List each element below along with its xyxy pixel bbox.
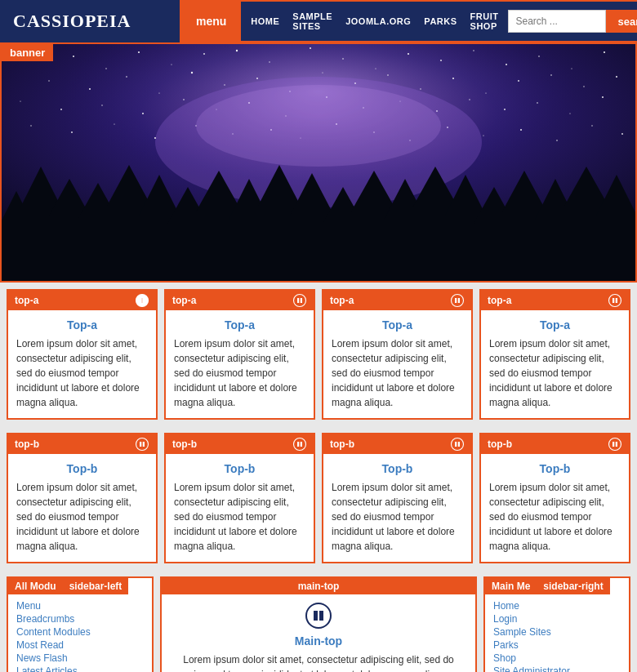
svg-point-104: [306, 603, 331, 628]
svg-point-37: [616, 76, 617, 78]
module-label-top-b-2: top-b: [172, 438, 197, 450]
search-input[interactable]: [508, 10, 606, 33]
nav-parks[interactable]: PARKS: [424, 16, 457, 26]
card-body-top-a-4: Lorem ipsum dolor sit amet, consectetur …: [481, 336, 629, 418]
sidebar-left-links: Menu Breadcrumbs Content Modules Most Re…: [8, 594, 152, 672]
sidebar-left-label1: All Modu: [8, 578, 63, 594]
svg-point-103: [609, 438, 621, 451]
main-top: main-top Main-top Lorem ipsum dolor sit …: [160, 576, 477, 672]
menu-button[interactable]: menu: [181, 2, 241, 41]
svg-point-34: [518, 80, 519, 82]
svg-point-13: [408, 53, 409, 55]
svg-point-51: [504, 109, 506, 110]
main-top-header: main-top: [162, 578, 475, 594]
joomla-icon-b3: [450, 437, 465, 452]
svg-point-24: [191, 72, 193, 73]
sidebar-right-link-sample-sites[interactable]: Sample Sites: [485, 625, 629, 639]
nav-fruit-shop[interactable]: FRUIT SHOP: [470, 11, 499, 31]
module-header-top-a-3: top-a: [323, 291, 471, 310]
nav-sample-sites[interactable]: SAMPLE SITES: [292, 11, 332, 31]
banner-label: banner: [2, 44, 53, 61]
module-card-top-a-2: top-a Top-a Lorem ipsum dolor sit amet, …: [164, 289, 315, 420]
svg-point-32: [452, 78, 454, 79]
sidebar-right-link-site-admin[interactable]: Site Administrator: [485, 665, 629, 672]
sidebar-left-label2: sidebar-left: [63, 578, 129, 594]
module-header-top-b-3: top-b: [323, 434, 471, 454]
svg-point-3: [73, 56, 74, 57]
svg-point-16: [506, 64, 507, 65]
module-label-top-b-1: top-b: [15, 438, 39, 450]
card-body-top-b-2: Lorem ipsum dolor sit amet, consectetur …: [166, 480, 314, 562]
svg-point-35: [550, 74, 552, 76]
svg-point-22: [126, 76, 127, 78]
svg-rect-106: [319, 611, 323, 621]
sidebar-link-most-read[interactable]: Most Read: [8, 639, 152, 652]
svg-point-23: [158, 92, 159, 93]
sidebar-right-link-parks[interactable]: Parks: [485, 639, 629, 652]
sidebar-link-menu[interactable]: Menu: [8, 599, 152, 612]
logo-area: CASSIOPEIA: [0, 0, 180, 42]
nav-home[interactable]: HOME: [251, 16, 279, 26]
card-title-top-a-4: Top-a: [481, 310, 629, 336]
search-button[interactable]: search: [606, 10, 637, 33]
svg-point-70: [591, 125, 592, 126]
svg-rect-105: [314, 611, 318, 621]
svg-point-73: [196, 85, 441, 167]
card-body-top-a-1: Lorem ipsum dolor sit amet, consectetur …: [8, 336, 156, 418]
search-area: search: [508, 2, 637, 41]
main-top-body: Lorem ipsum dolor sit amet, consectetur …: [162, 652, 475, 672]
svg-point-11: [342, 58, 344, 60]
card-title-top-a-3: Top-a: [323, 310, 471, 336]
svg-point-53: [569, 113, 570, 113]
module-card-top-b-3: top-b Top-b Lorem ipsum dolor sit amet, …: [322, 433, 473, 563]
svg-point-36: [583, 86, 584, 87]
bottom-row: All Modu sidebar-left Menu Breadcrumbs C…: [0, 570, 637, 672]
sidebar-right-link-login[interactable]: Login: [485, 612, 629, 625]
sidebar-right-link-home[interactable]: Home: [485, 599, 629, 612]
svg-point-50: [469, 99, 470, 100]
module-card-top-a-3: top-a Top-a Lorem ipsum dolor sit amet, …: [322, 289, 473, 420]
svg-point-26: [256, 78, 258, 79]
svg-point-97: [294, 295, 306, 307]
svg-point-101: [294, 438, 306, 451]
svg-point-33: [485, 92, 486, 93]
module-label-top-a-3: top-a: [330, 295, 354, 306]
sidebar-link-latest-articles[interactable]: Latest Articles: [8, 665, 152, 672]
sidebar-right-link-shop[interactable]: Shop: [485, 652, 629, 665]
card-title-top-b-2: Top-b: [166, 454, 314, 480]
svg-point-39: [60, 109, 62, 110]
nav-joomla[interactable]: JOOMLA.ORG: [345, 16, 411, 26]
sidebar-right-header: Main Me sidebar-right: [485, 578, 629, 594]
banner-wrapper: banner: [0, 42, 637, 283]
svg-point-30: [387, 74, 389, 76]
svg-point-42: [183, 99, 185, 100]
sidebar-left-header: All Modu sidebar-left: [8, 578, 152, 594]
sidebar-right: Main Me sidebar-right Home Login Sample …: [483, 576, 630, 672]
svg-point-38: [20, 100, 20, 101]
svg-point-14: [440, 60, 442, 61]
top-b-row: top-b Top-b Lorem ipsum dolor sit amet, …: [0, 426, 637, 570]
svg-point-28: [322, 72, 323, 73]
card-title-top-a-2: Top-a: [166, 310, 314, 336]
svg-point-18: [571, 68, 572, 69]
svg-point-31: [420, 88, 421, 89]
svg-point-54: [602, 96, 604, 98]
sidebar-link-content-modules[interactable]: Content Modules: [8, 625, 152, 639]
sidebar-right-label1: Main Me: [485, 578, 537, 594]
module-card-top-b-2: top-b Top-b Lorem ipsum dolor sit amet, …: [164, 433, 315, 563]
svg-point-17: [538, 56, 540, 57]
joomla-main-icon: [305, 603, 332, 629]
svg-rect-95: [2, 244, 635, 281]
top-a-row: top-a Top-a Lorem ipsum dolor sit amet, …: [0, 283, 637, 426]
joomla-icon-4: [608, 293, 622, 308]
header: CASSIOPEIA menu HOME SAMPLE SITES JOOMLA…: [0, 0, 637, 42]
svg-point-5: [138, 51, 140, 53]
module-header-top-a-1: top-a: [8, 291, 156, 310]
svg-point-21: [89, 88, 91, 90]
sidebar-link-breadcrumbs[interactable]: Breadcrumbs: [8, 612, 152, 625]
module-card-top-b-1: top-b Top-b Lorem ipsum dolor sit amet, …: [7, 433, 158, 563]
module-card-top-b-4: top-b Top-b Lorem ipsum dolor sit amet, …: [479, 433, 630, 563]
svg-point-15: [473, 50, 474, 51]
svg-point-56: [71, 131, 73, 133]
sidebar-link-news-flash[interactable]: News Flash: [8, 652, 152, 665]
